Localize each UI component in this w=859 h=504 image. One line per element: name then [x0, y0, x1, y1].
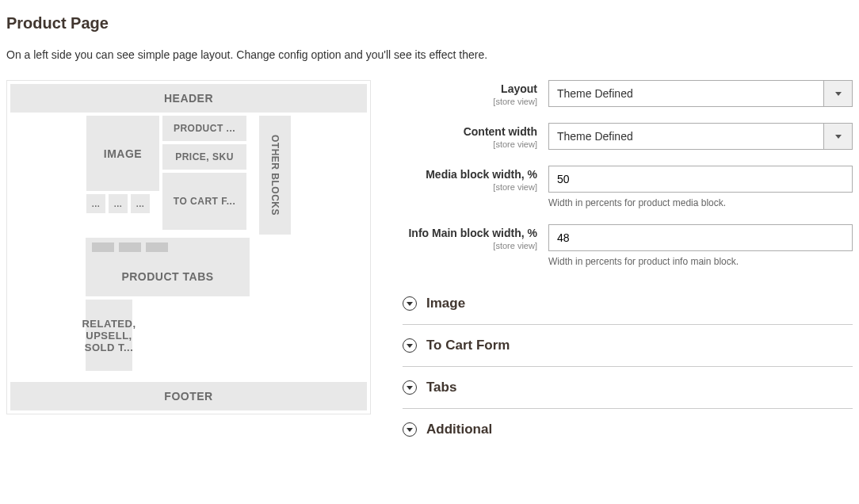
page-title: Product Page: [6, 14, 853, 32]
content-width-label: Content width: [464, 125, 537, 138]
info-main-width-hint: Width in percents for product info main …: [548, 256, 853, 267]
layout-scope: [store view]: [403, 97, 537, 106]
accordion-to-cart-form-title: To Cart Form: [426, 338, 510, 353]
layout-select[interactable]: Theme Defined: [548, 80, 853, 107]
media-width-label: Media block width, %: [426, 168, 537, 181]
accordion-additional[interactable]: Additional: [403, 409, 853, 450]
layout-preview: HEADER IMAGE ... ... ... PRODUCT ... PRI…: [6, 80, 371, 414]
content-width-select-value: Theme Defined: [548, 123, 824, 150]
media-width-input[interactable]: [548, 166, 853, 193]
accordion-tabs-title: Tabs: [426, 380, 456, 395]
content-width-select[interactable]: Theme Defined: [548, 123, 853, 150]
preview-related: RELATED, UPSELL, SOLD T...: [86, 300, 132, 371]
accordion-tabs[interactable]: Tabs: [403, 367, 853, 409]
preview-thumb: ...: [109, 194, 128, 213]
preview-thumb: ...: [131, 194, 150, 213]
content-width-select-toggle[interactable]: [824, 123, 853, 150]
preview-to-cart: TO CART F...: [162, 173, 246, 230]
preview-tab-handles: [86, 238, 250, 257]
preview-footer: FOOTER: [10, 382, 367, 410]
content-width-scope: [store view]: [403, 139, 537, 149]
expand-icon: [403, 380, 417, 395]
chevron-down-icon: [835, 135, 842, 139]
expand-icon: [403, 422, 417, 437]
accordion-image[interactable]: Image: [403, 283, 853, 325]
media-width-hint: Width in percents for product media bloc…: [548, 197, 853, 208]
preview-header: HEADER: [10, 84, 367, 113]
preview-other-blocks: OTHER BLOCKS: [259, 116, 291, 235]
media-width-scope: [store view]: [403, 182, 537, 192]
expand-icon: [403, 296, 417, 311]
info-main-width-scope: [store view]: [403, 241, 537, 250]
expand-icon: [403, 338, 417, 353]
accordion-additional-title: Additional: [426, 422, 492, 437]
chevron-down-icon: [835, 92, 842, 96]
preview-product-title: PRODUCT ...: [162, 116, 246, 141]
info-main-width-label: Info Main block width, %: [408, 227, 537, 239]
layout-label: Layout: [501, 82, 537, 95]
layout-select-value: Theme Defined: [548, 80, 824, 107]
preview-price-sku: PRICE, SKU: [162, 144, 246, 170]
info-main-width-input[interactable]: [548, 224, 853, 251]
layout-select-toggle[interactable]: [824, 80, 853, 107]
preview-image: IMAGE: [86, 116, 159, 191]
accordion-to-cart-form[interactable]: To Cart Form: [403, 325, 853, 367]
preview-thumb: ...: [86, 194, 105, 213]
accordion-image-title: Image: [426, 296, 465, 311]
page-description: On a left side you can see simple page l…: [6, 48, 853, 61]
preview-product-tabs: PRODUCT TABS: [86, 257, 250, 296]
